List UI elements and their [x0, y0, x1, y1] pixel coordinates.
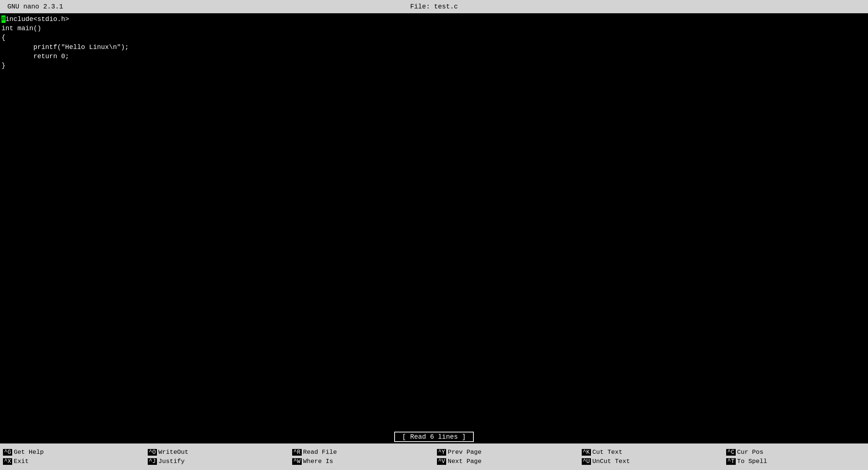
shortcut-col-1: ^OWriteOut^JJustify [145, 443, 290, 470]
shortcut-item-3-0[interactable]: ^YPrev Page [434, 448, 579, 457]
shortcut-label: Cur Pos [737, 449, 763, 456]
shortcut-item-0-0[interactable]: ^GGet Help [0, 448, 145, 457]
shortcut-item-2-0[interactable]: ^RRead File [289, 448, 434, 457]
editor-area[interactable]: #include<stdio.h>int main(){ printf("Hel… [0, 13, 868, 430]
shortcut-key: ^K [582, 449, 591, 456]
shortcut-label: WriteOut [158, 449, 189, 456]
shortcut-label: Next Page [448, 458, 482, 465]
shortcut-key: ^C [726, 449, 735, 456]
shortcut-col-2: ^RRead File^WWhere Is [289, 443, 434, 470]
shortcut-item-1-0[interactable]: ^OWriteOut [145, 448, 290, 457]
shortcut-col-0: ^GGet Help^XExit [0, 443, 145, 470]
code-line: #include<stdio.h> [1, 15, 867, 24]
status-message: [ Read 6 lines ] [394, 432, 474, 442]
shortcut-label: Cut Text [592, 449, 623, 456]
shortcut-label: To Spell [737, 458, 767, 465]
shortcut-key: ^J [148, 458, 157, 465]
code-content: #include<stdio.h>int main(){ printf("Hel… [1, 15, 867, 70]
shortcut-item-4-0[interactable]: ^KCut Text [579, 448, 724, 457]
code-line: printf("Hello Linux\n"); [1, 43, 867, 52]
shortcut-key: ^Y [437, 449, 446, 456]
shortcut-item-5-1[interactable]: ^TTo Spell [723, 457, 868, 466]
shortcut-bar: ^GGet Help^XExit^OWriteOut^JJustify^RRea… [0, 443, 868, 470]
shortcut-item-4-1[interactable]: ^UUnCut Text [579, 457, 724, 466]
shortcut-key: ^U [582, 458, 591, 465]
shortcut-item-0-1[interactable]: ^XExit [0, 457, 145, 466]
code-line: int main() [1, 24, 867, 33]
shortcut-label: UnCut Text [592, 458, 630, 465]
shortcut-label: Where Is [303, 458, 333, 465]
shortcut-label: Get Help [14, 449, 44, 456]
shortcut-key: ^T [726, 458, 735, 465]
shortcut-col-4: ^KCut Text^UUnCut Text [579, 443, 724, 470]
shortcut-label: Justify [158, 458, 185, 465]
title-bar: GNU nano 2.3.1 File: test.c [0, 0, 868, 13]
shortcut-label: Exit [14, 458, 29, 465]
shortcut-label: Read File [303, 449, 337, 456]
code-line: return 0; [1, 52, 867, 61]
shortcut-item-5-0[interactable]: ^CCur Pos [723, 448, 868, 457]
shortcut-col-5: ^CCur Pos^TTo Spell [723, 443, 868, 470]
shortcut-key: ^W [292, 458, 301, 465]
shortcut-key: ^G [3, 449, 12, 456]
shortcut-key: ^X [3, 458, 12, 465]
shortcut-key: ^V [437, 458, 446, 465]
app-name: GNU nano 2.3.1 [7, 3, 63, 10]
code-line: } [1, 61, 867, 70]
file-label: File: test.c [410, 3, 458, 10]
shortcut-item-2-1[interactable]: ^WWhere Is [289, 457, 434, 466]
shortcut-key: ^O [148, 449, 157, 456]
shortcut-item-3-1[interactable]: ^VNext Page [434, 457, 579, 466]
code-line: { [1, 33, 867, 42]
shortcut-key: ^R [292, 449, 301, 456]
shortcut-col-3: ^YPrev Page^VNext Page [434, 443, 579, 470]
shortcut-item-1-1[interactable]: ^JJustify [145, 457, 290, 466]
status-bar: [ Read 6 lines ] [0, 430, 868, 443]
shortcut-label: Prev Page [448, 449, 482, 456]
